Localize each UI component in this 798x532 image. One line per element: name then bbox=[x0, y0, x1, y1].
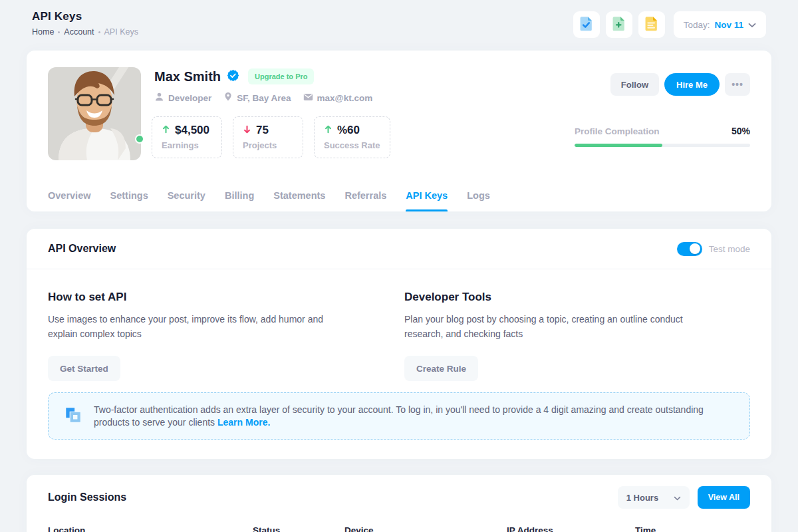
completion-percent: 50% bbox=[732, 126, 750, 136]
profile-name[interactable]: Max Smith bbox=[154, 69, 221, 84]
breadcrumb-current: API Keys bbox=[104, 27, 138, 37]
tab-billing[interactable]: Billing bbox=[225, 180, 254, 211]
profile-location-label: SF, Bay Area bbox=[237, 93, 291, 103]
page: { "header": { "title": "API Keys", "brea… bbox=[0, 0, 798, 532]
completion-progress-fill bbox=[575, 144, 662, 147]
tab-statements[interactable]: Statements bbox=[273, 180, 325, 211]
tab-referrals[interactable]: Referrals bbox=[344, 180, 386, 211]
login-sessions-card: Login Sessions 1 Hours View All Location… bbox=[27, 475, 771, 532]
verified-badge-icon bbox=[227, 69, 239, 84]
stat-earnings-label: Earnings bbox=[162, 140, 212, 150]
tab-security[interactable]: Security bbox=[168, 180, 205, 211]
stat-earnings: $4,500 Earnings bbox=[152, 116, 222, 158]
page-title: API Keys bbox=[32, 10, 138, 23]
more-options-button[interactable]: ••• bbox=[725, 73, 750, 96]
header-actions: Today: Nov 11 bbox=[573, 11, 766, 38]
test-mode-toggle[interactable]: Test mode bbox=[677, 242, 750, 256]
arrow-down-icon bbox=[243, 124, 251, 137]
profile-name-row: Max Smith Upgrade to Pro bbox=[154, 68, 314, 84]
location-pin-icon bbox=[223, 92, 233, 104]
profile-email-label: max@kt.com bbox=[317, 93, 373, 103]
breadcrumb-separator bbox=[58, 31, 60, 33]
tab-logs[interactable]: Logs bbox=[467, 180, 490, 211]
stat-success-rate: %60 Success Rate bbox=[314, 116, 390, 158]
file-check-icon bbox=[579, 16, 593, 33]
profile-location[interactable]: SF, Bay Area bbox=[223, 92, 291, 104]
sessions-table-header: Location Status Device IP Address Time bbox=[27, 525, 771, 532]
login-sessions-title: Login Sessions bbox=[48, 491, 126, 503]
file-check-button[interactable] bbox=[573, 11, 600, 38]
envelope-icon bbox=[303, 93, 313, 103]
profile-card: Max Smith Upgrade to Pro Developer SF, B… bbox=[27, 51, 771, 211]
toggle-switch[interactable] bbox=[677, 242, 702, 256]
test-mode-label: Test mode bbox=[709, 244, 750, 254]
profile-actions: Follow Hire Me ••• bbox=[610, 73, 750, 96]
banner-message: Two-factor authentication adds an extra … bbox=[94, 404, 704, 428]
section-title: How to set API bbox=[48, 291, 340, 304]
learn-more-link[interactable]: Learn More. bbox=[217, 417, 270, 428]
login-sessions-header: Login Sessions 1 Hours View All bbox=[27, 475, 771, 520]
breadcrumb-separator bbox=[98, 31, 100, 33]
file-plus-icon bbox=[612, 16, 626, 33]
upgrade-badge[interactable]: Upgrade to Pro bbox=[248, 68, 314, 84]
tab-api-keys[interactable]: API Keys bbox=[406, 180, 448, 211]
file-plus-button[interactable] bbox=[606, 11, 632, 38]
login-sessions-controls: 1 Hours View All bbox=[618, 486, 750, 509]
two-factor-banner: Two-factor authentication adds an extra … bbox=[48, 392, 750, 440]
stat-earnings-value: $4,500 bbox=[175, 124, 209, 137]
section-developer-tools: Developer Tools Plan your blog post by c… bbox=[404, 291, 724, 381]
breadcrumb-home[interactable]: Home bbox=[32, 27, 54, 37]
date-prefix: Today: bbox=[684, 20, 710, 30]
stat-projects-label: Projects bbox=[243, 140, 293, 150]
column-header-time: Time bbox=[635, 525, 656, 532]
view-all-button[interactable]: View All bbox=[698, 486, 750, 509]
stat-projects-value: 75 bbox=[256, 124, 269, 137]
sessions-filter-value: 1 Hours bbox=[626, 493, 658, 503]
section-how-to-set-api: How to set API Use images to enhance you… bbox=[48, 291, 340, 381]
page-head: API Keys Home Account API Keys bbox=[32, 10, 138, 37]
completion-label: Profile Compleation bbox=[575, 126, 660, 136]
chevron-down-icon bbox=[748, 20, 756, 30]
api-overview-header: API Overview Test mode bbox=[27, 229, 771, 269]
tab-settings[interactable]: Settings bbox=[110, 180, 148, 211]
stat-success-rate-label: Success Rate bbox=[324, 140, 380, 150]
breadcrumb: Home Account API Keys bbox=[32, 27, 138, 37]
banner-text: Two-factor authentication adds an extra … bbox=[94, 404, 735, 429]
file-lines-button[interactable] bbox=[638, 11, 665, 38]
column-header-device: Device bbox=[344, 525, 374, 532]
hire-me-button[interactable]: Hire Me bbox=[664, 73, 720, 96]
stat-success-rate-value: %60 bbox=[337, 124, 360, 137]
toggle-knob bbox=[690, 243, 700, 254]
profile-meta: Developer SF, Bay Area max@kt.com bbox=[154, 92, 372, 104]
create-rule-button[interactable]: Create Rule bbox=[404, 356, 478, 381]
avatar[interactable] bbox=[48, 67, 141, 160]
follow-button[interactable]: Follow bbox=[610, 73, 659, 96]
column-header-status: Status bbox=[253, 525, 280, 532]
profile-completion: Profile Compleation 50% bbox=[575, 126, 750, 147]
breadcrumb-account[interactable]: Account bbox=[64, 27, 94, 37]
api-overview-card: API Overview Test mode How to set API Us… bbox=[27, 229, 771, 459]
tab-overview[interactable]: Overview bbox=[48, 180, 91, 211]
section-description: Use images to enhance your post, improve… bbox=[48, 313, 340, 341]
section-description: Plan your blog post by choosing a topic,… bbox=[404, 313, 724, 341]
sessions-filter-select[interactable]: 1 Hours bbox=[618, 486, 690, 509]
stat-projects: 75 Projects bbox=[233, 116, 303, 158]
column-header-location: Location bbox=[48, 525, 85, 532]
profile-stats: $4,500 Earnings 75 Projects %60 Success … bbox=[152, 116, 390, 158]
arrow-up-icon bbox=[324, 124, 332, 137]
column-header-ip-address: IP Address bbox=[507, 525, 553, 532]
avatar-image bbox=[48, 67, 141, 160]
online-status-dot bbox=[135, 134, 144, 144]
profile-tabs: Overview Settings Security Billing State… bbox=[48, 180, 490, 211]
frames-icon bbox=[63, 405, 83, 428]
date-value: Nov 11 bbox=[714, 20, 743, 30]
file-lines-icon bbox=[644, 16, 658, 33]
user-icon bbox=[154, 92, 164, 104]
profile-role-label: Developer bbox=[168, 93, 211, 103]
get-started-button[interactable]: Get Started bbox=[48, 356, 120, 381]
profile-role[interactable]: Developer bbox=[154, 92, 211, 104]
date-picker[interactable]: Today: Nov 11 bbox=[674, 11, 766, 38]
chevron-down-icon bbox=[674, 493, 681, 503]
completion-progress-bar bbox=[575, 144, 750, 147]
profile-email[interactable]: max@kt.com bbox=[303, 93, 373, 103]
